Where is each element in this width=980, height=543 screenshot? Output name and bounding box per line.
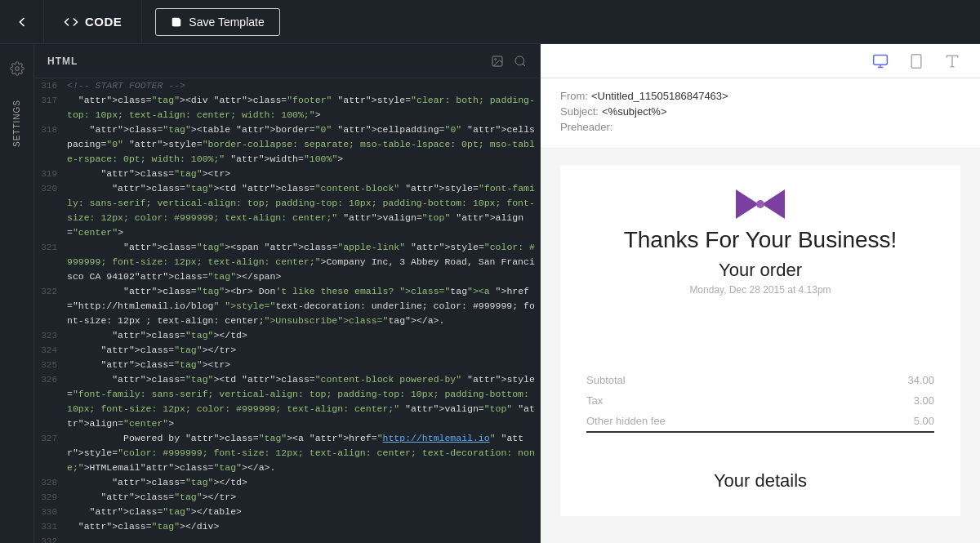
line-number: 330 xyxy=(34,505,67,519)
save-template-button[interactable]: Save Template xyxy=(155,8,279,36)
line-content: "attr">class="tag"></tr> xyxy=(67,490,540,505)
code-line: 332 xyxy=(34,534,540,543)
line-number: 322 xyxy=(34,284,67,328)
save-button-label: Save Template xyxy=(189,16,264,29)
item-price: 10.00 xyxy=(871,329,934,349)
line-content: "attr">class="tag"><span "attr">class="a… xyxy=(67,240,540,284)
code-line: 330 "attr">class="tag"></table> xyxy=(34,505,540,519)
image-icon[interactable] xyxy=(491,55,504,68)
line-number: 320 xyxy=(34,181,67,240)
settings-icon[interactable] xyxy=(6,57,29,80)
code-line: 329 "attr">class="tag"></tr> xyxy=(34,490,540,505)
line-number: 323 xyxy=(34,328,67,343)
order-item-row: Something20.00 xyxy=(586,309,934,329)
email-card: Thanks For Your Business! Your order Mon… xyxy=(560,165,960,516)
line-number: 324 xyxy=(34,343,67,358)
code-line: 318 "attr">class="tag"><table "attr">bor… xyxy=(34,122,540,167)
code-line: 320 "attr">class="tag"><td "attr">class=… xyxy=(34,181,540,240)
svg-line-4 xyxy=(523,64,525,66)
line-content: <!-- START FOOTER --> xyxy=(67,78,540,93)
line-content: "attr">class="tag"></td> xyxy=(67,328,540,343)
item-price: 4.00 xyxy=(871,349,934,370)
code-tab-label: CODE xyxy=(85,15,122,29)
item-name: Something xyxy=(586,309,871,329)
line-number: 321 xyxy=(34,240,67,284)
line-content: "attr">class="tag"><table "attr">border=… xyxy=(67,122,540,167)
line-number: 316 xyxy=(34,78,67,93)
code-line: 327 Powered by "attr">class="tag"><a "at… xyxy=(34,431,540,475)
line-content xyxy=(67,534,540,543)
hidden-fee-row: Other hidden fee 5.00 xyxy=(586,411,934,432)
line-number: 326 xyxy=(34,372,67,431)
line-number: 325 xyxy=(34,358,67,372)
hidden-fee-value: 5.00 xyxy=(871,411,934,432)
line-number: 327 xyxy=(34,431,67,475)
email-subject: Subject:<%subject%> xyxy=(560,105,960,118)
order-item-row: Something else that is really good4.00 xyxy=(586,349,934,370)
mobile-view-icon[interactable] xyxy=(908,53,924,69)
code-panel-actions xyxy=(491,55,527,68)
code-line: 316<!-- START FOOTER --> xyxy=(34,78,540,93)
subtotal-row: Subtotal 34.00 xyxy=(586,370,934,390)
order-title: Your order xyxy=(586,260,934,281)
order-date: Monday, Dec 28 2015 at 4.13pm xyxy=(586,284,934,296)
hidden-fee-label: Other hidden fee xyxy=(586,411,871,432)
item-name: Something else xyxy=(586,329,871,349)
line-number: 318 xyxy=(34,122,67,167)
code-line: 326 "attr">class="tag"><td "attr">class=… xyxy=(34,372,540,431)
code-tab[interactable]: CODE xyxy=(44,0,142,44)
code-editor[interactable]: 316<!-- START FOOTER -->317 "attr">class… xyxy=(34,78,540,543)
line-content: "attr">class="tag"><tr> xyxy=(67,167,540,181)
line-content: "attr">class="tag"><br> Don't like these… xyxy=(67,284,540,328)
item-name: Something else that is really good xyxy=(586,349,871,370)
code-line: 325 "attr">class="tag"><tr> xyxy=(34,358,540,372)
line-content: "attr">class="tag"></table> xyxy=(67,505,540,519)
code-line: 323 "attr">class="tag"></td> xyxy=(34,328,540,343)
back-button[interactable] xyxy=(0,0,44,44)
line-content: "attr">class="tag"><div "attr">class="fo… xyxy=(67,93,540,122)
preview-body: From:<Untitled_11505186847463> Subject:<… xyxy=(541,78,980,543)
order-items-table: Something20.00Something else10.00Somethi… xyxy=(586,309,934,454)
desktop-view-icon[interactable] xyxy=(872,53,889,69)
code-panel-title: HTML xyxy=(47,56,78,67)
preview-topbar xyxy=(541,44,980,78)
preview-panel: From:<Untitled_11505186847463> Subject:<… xyxy=(541,44,980,543)
line-number: 319 xyxy=(34,167,67,181)
thanks-title: Thanks For Your Business! xyxy=(586,227,934,253)
svg-point-0 xyxy=(15,67,19,71)
main-content: Settings HTML 316<!-- START FOOTER -->31… xyxy=(0,44,980,543)
email-content: Thanks For Your Business! Your order Mon… xyxy=(541,149,980,532)
line-content: "attr">class="tag"></tr> xyxy=(67,343,540,358)
email-preheader: Preheader: xyxy=(560,121,960,133)
bowtie-icon xyxy=(736,189,785,214)
line-number: 332 xyxy=(34,534,67,543)
search-icon[interactable] xyxy=(514,55,527,68)
line-number: 329 xyxy=(34,490,67,505)
sidebar: Settings xyxy=(0,44,34,543)
code-line: 328 "attr">class="tag"></td> xyxy=(34,475,540,490)
line-number: 328 xyxy=(34,475,67,490)
code-line: 317 "attr">class="tag"><div "attr">class… xyxy=(34,93,540,122)
code-panel-header: HTML xyxy=(34,44,540,78)
order-item-row: Something else10.00 xyxy=(586,329,934,349)
line-content: "attr">class="tag"><tr> xyxy=(67,358,540,372)
line-number: 317 xyxy=(34,93,67,122)
email-meta: From:<Untitled_11505186847463> Subject:<… xyxy=(541,78,980,149)
total-row: Total $42.00 xyxy=(586,432,934,454)
total-label: Total xyxy=(586,432,871,454)
email-from: From:<Untitled_11505186847463> xyxy=(560,90,960,102)
svg-point-2 xyxy=(495,58,497,60)
subtotal-value: 34.00 xyxy=(871,370,934,390)
tax-row: Tax 3.00 xyxy=(586,390,934,411)
your-details-title: Your details xyxy=(586,470,934,492)
code-line: 324 "attr">class="tag"></tr> xyxy=(34,343,540,358)
svg-point-3 xyxy=(515,56,524,65)
svg-rect-5 xyxy=(874,55,888,65)
code-line: 331 "attr">class="tag"></div> xyxy=(34,519,540,534)
svg-marker-12 xyxy=(736,189,759,219)
item-price: 20.00 xyxy=(871,309,934,329)
code-line: 321 "attr">class="tag"><span "attr">clas… xyxy=(34,240,540,284)
tax-label: Tax xyxy=(586,390,871,411)
text-view-icon[interactable] xyxy=(944,53,960,69)
code-line: 322 "attr">class="tag"><br> Don't like t… xyxy=(34,284,540,328)
